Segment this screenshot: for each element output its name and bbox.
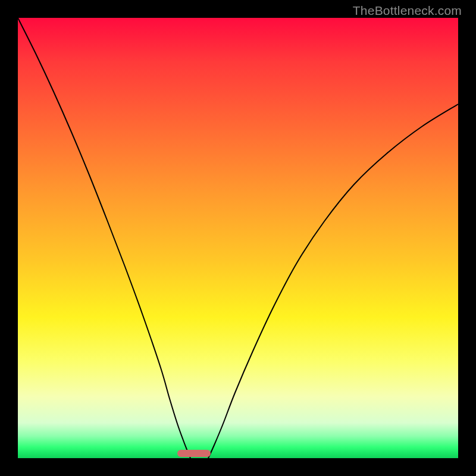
bottleneck-marker: [177, 450, 211, 457]
chart-frame: TheBottleneck.com: [0, 0, 476, 476]
left-curve: [18, 18, 190, 458]
watermark-text: TheBottleneck.com: [353, 4, 462, 18]
curve-layer: [18, 18, 458, 458]
right-curve: [208, 104, 458, 458]
plot-area: [18, 18, 458, 458]
